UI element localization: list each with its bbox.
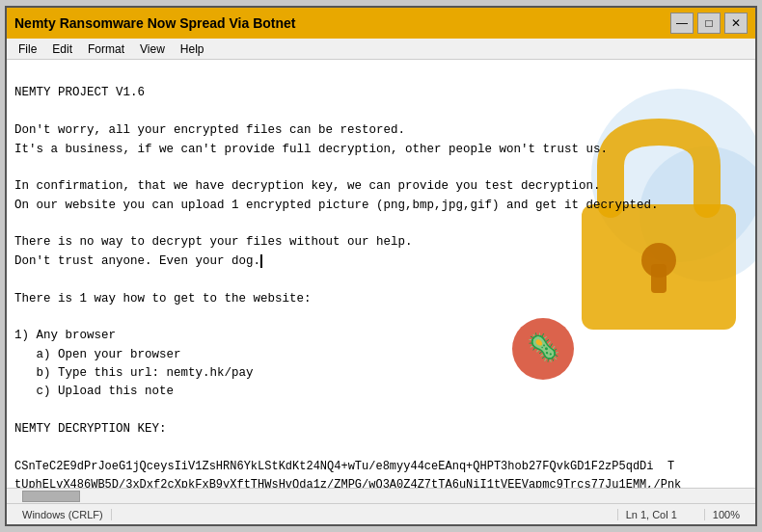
status-bar: Windows (CRLF) Ln 1, Col 1 100% xyxy=(7,503,755,524)
menu-edit[interactable]: Edit xyxy=(44,40,80,58)
status-zoom: 100% xyxy=(704,509,748,520)
main-window: Nemty Ransomware Now Spread Via Botnet —… xyxy=(5,6,757,526)
menu-file[interactable]: File xyxy=(11,40,44,58)
menu-help[interactable]: Help xyxy=(173,40,212,58)
minimize-button[interactable]: — xyxy=(670,13,694,34)
content-area: 🦠 NEMTY PROJECT V1.6 Don't worry, all yo… xyxy=(7,60,755,488)
notepad-text-area[interactable]: NEMTY PROJECT V1.6 Don't worry, all your… xyxy=(7,60,755,488)
close-button[interactable]: ✕ xyxy=(724,13,748,34)
status-encoding: Windows (CRLF) xyxy=(14,509,112,520)
horizontal-scrollbar[interactable] xyxy=(7,488,755,503)
window-title: Nemty Ransomware Now Spread Via Botnet xyxy=(14,15,295,31)
line-1: NEMTY PROJECT V1.6 Don't worry, all your… xyxy=(14,86,681,488)
scrollbar-thumb-x[interactable] xyxy=(22,491,80,502)
menu-format[interactable]: Format xyxy=(80,40,132,58)
window-controls: — □ ✕ xyxy=(670,13,748,34)
menu-view[interactable]: View xyxy=(132,40,173,58)
maximize-button[interactable]: □ xyxy=(697,13,721,34)
title-bar: Nemty Ransomware Now Spread Via Botnet —… xyxy=(7,8,755,39)
status-position: Ln 1, Col 1 xyxy=(617,509,685,520)
menu-bar: File Edit Format View Help xyxy=(7,39,755,60)
